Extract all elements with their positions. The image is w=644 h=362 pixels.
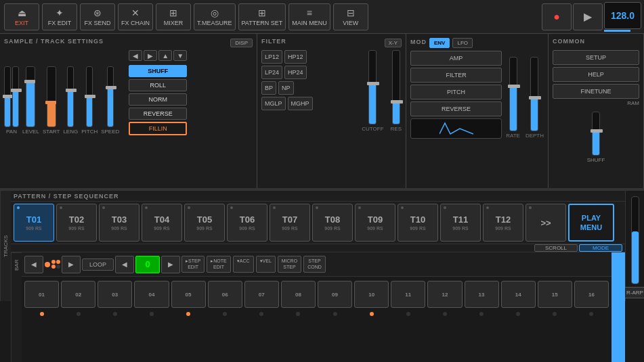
rate-fader[interactable] [509, 57, 517, 131]
pitch-button[interactable]: PITCH [410, 85, 502, 99]
norm-button[interactable]: NORM [129, 93, 187, 106]
step-edit-button[interactable]: ▸STEPEDIT [181, 256, 205, 273]
step-09[interactable]: 09 [318, 281, 352, 308]
nav-right-button[interactable]: ▶ [144, 50, 157, 61]
track-t08[interactable]: T08 909 RS [312, 204, 353, 242]
t-measure-button[interactable]: ◎ T.MEASURE [194, 3, 236, 30]
step-04[interactable]: 04 [134, 281, 169, 308]
roll-button[interactable]: ROLL [129, 79, 187, 91]
scroll-button[interactable]: SCROLL [534, 244, 578, 252]
pan-fader-1[interactable] [4, 66, 11, 127]
tracks-label: TRACKS [3, 235, 9, 256]
common-fader[interactable] [592, 112, 600, 156]
mixer-button[interactable]: ⊞ MIXER [156, 3, 191, 30]
step-15[interactable]: 15 [538, 281, 572, 308]
nav-left-button[interactable]: ◀ [129, 50, 142, 61]
pattern-set-button[interactable]: ⊞ PATTERN SET [238, 3, 286, 30]
bar-label: BAR [14, 259, 20, 270]
vel-button[interactable]: ▾VEL [256, 256, 276, 273]
step-10[interactable]: 10 [354, 281, 389, 308]
exit-button[interactable]: ⏏ EXIT [4, 3, 39, 30]
mode-button[interactable]: MODE [579, 244, 622, 252]
main-menu-button[interactable]: ≡ MAIN MENU [288, 3, 330, 30]
fillin-button[interactable]: FILLIN [129, 122, 187, 135]
depth-fader[interactable] [530, 57, 538, 131]
speed-fader[interactable] [107, 66, 114, 127]
play-button[interactable]: ▶ [573, 3, 603, 30]
track-t04[interactable]: T04 909 RS [142, 204, 182, 242]
step-14[interactable]: 14 [501, 281, 536, 308]
micro-step-button[interactable]: MICROSTEP [278, 256, 301, 273]
nav-up-button[interactable]: ▲ [158, 50, 172, 61]
step-16[interactable]: 16 [574, 281, 609, 308]
view-button[interactable]: ⊟ VIEW [333, 3, 368, 30]
step-12[interactable]: 12 [427, 281, 462, 308]
mod-title: MOD [410, 39, 427, 45]
step-13[interactable]: 13 [465, 281, 499, 308]
step-11[interactable]: 11 [391, 281, 425, 308]
track-t11[interactable]: T11 909 RS [440, 204, 481, 242]
track-t07[interactable]: T07 909 RS [270, 204, 310, 242]
amp-button[interactable]: AMP [410, 51, 502, 66]
bar-prev-button[interactable]: ◀ [24, 256, 43, 273]
cutoff-fader[interactable] [368, 50, 377, 125]
track-t10[interactable]: T10 909 RS [398, 204, 438, 242]
mglp-button[interactable]: MGLP [261, 97, 286, 110]
fx-chain-button[interactable]: ✕ FX CHAIN [118, 3, 153, 30]
track-t01[interactable]: T01 909 RS [14, 204, 54, 242]
pitch-fader[interactable] [86, 66, 93, 127]
lfo-tab[interactable]: LFO [452, 38, 473, 48]
step-06[interactable]: 06 [208, 281, 242, 308]
xy-button[interactable]: X-Y [385, 39, 402, 47]
pos-prev-button[interactable]: ◀ [115, 256, 134, 273]
hp24-button[interactable]: HP24 [284, 66, 307, 79]
bp-button[interactable]: BP [261, 81, 276, 95]
nav-down-button[interactable]: ▼ [173, 50, 187, 61]
disp-button[interactable]: DISP [230, 39, 253, 47]
step-01[interactable]: 01 [24, 281, 59, 308]
step-07[interactable]: 07 [244, 281, 279, 308]
bar-next-button[interactable]: ▶ [62, 256, 81, 273]
main-vert-fader[interactable] [631, 196, 639, 284]
track-t03[interactable]: T03 909 RS [99, 204, 139, 242]
help-button[interactable]: HELP [553, 67, 639, 82]
track-t02[interactable]: T02 909 RS [56, 204, 97, 242]
acc-button[interactable]: ▾ACC [233, 256, 254, 273]
lp24-button[interactable]: LP24 [261, 66, 282, 79]
leng-fader[interactable] [67, 66, 74, 127]
setup-button[interactable]: SETUP [553, 50, 639, 65]
pos-next-button[interactable]: ▶ [161, 256, 180, 273]
step-05[interactable]: 05 [171, 281, 206, 308]
r-arp-button[interactable]: R-ARP [623, 287, 644, 298]
level-fader[interactable] [26, 66, 35, 127]
shift-button[interactable]: SHIFT [611, 252, 625, 362]
loop-button[interactable]: LOOP [82, 258, 114, 271]
record-button[interactable]: ● [542, 3, 572, 30]
track-arrow[interactable]: >> [525, 204, 566, 242]
hp12-button[interactable]: HP12 [284, 50, 307, 64]
start-fader[interactable] [47, 66, 56, 127]
play-menu-button[interactable]: PLAY MENU [568, 204, 614, 242]
fx-edit-button[interactable]: ✦ FX EDIT [42, 3, 77, 30]
step-02[interactable]: 02 [61, 281, 95, 308]
reverse-mod-button[interactable]: REVERSE [410, 101, 502, 116]
note-edit-button[interactable]: ▸NOTEEDIT [207, 256, 230, 273]
env-tab[interactable]: ENV [429, 38, 450, 48]
track-t09[interactable]: T09 909 RS [355, 204, 395, 242]
shuff-button[interactable]: SHUFF [129, 65, 187, 77]
step-08[interactable]: 08 [281, 281, 316, 308]
step-cond-button[interactable]: STEPCOND [303, 256, 326, 273]
track-t12[interactable]: T12 909 RS [483, 204, 523, 242]
track-t06[interactable]: T06 909 RS [227, 204, 267, 242]
step-03[interactable]: 03 [98, 281, 132, 308]
pan-fader-2[interactable] [12, 66, 19, 127]
filter-button[interactable]: FILTER [410, 68, 502, 83]
reverse-button[interactable]: REVERSE [129, 108, 187, 120]
fx-send-button[interactable]: ⊛ FX SEND [80, 3, 115, 30]
finetune-button[interactable]: FINETUNE [553, 84, 639, 99]
lp12-button[interactable]: LP12 [261, 50, 282, 64]
res-fader[interactable] [392, 50, 400, 125]
mghp-button[interactable]: MGHP [288, 97, 313, 110]
np-button[interactable]: NP [278, 81, 294, 95]
track-t05[interactable]: T05 909 RS [184, 204, 225, 242]
